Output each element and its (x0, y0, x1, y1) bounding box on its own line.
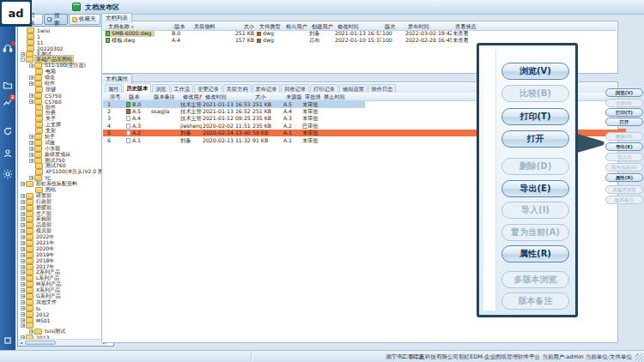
side-action-1[interactable]: 浏览(V) (605, 88, 643, 97)
tree-item[interactable]: 支架 (19, 128, 106, 134)
side-action-3[interactable]: 打印(T) (605, 108, 643, 117)
tree-item[interactable]: 1 (19, 33, 106, 39)
tree-item[interactable]: +2019年 (19, 252, 106, 258)
sidebar-tab-3[interactable]: 收藏夹 (69, 14, 100, 25)
callout-action-1[interactable]: 浏览(V) (501, 63, 569, 80)
tree-item[interactable]: +2018年 (19, 258, 106, 264)
tree-item[interactable]: +2022年 (19, 234, 106, 240)
expand-icon[interactable]: + (21, 294, 25, 299)
expand-icon[interactable]: + (21, 323, 25, 328)
collapse-icon[interactable]: - (21, 57, 25, 62)
column-header-seq[interactable]: 序号 (107, 94, 125, 100)
expand-icon[interactable]: + (21, 270, 25, 275)
folder-icon[interactable] (3, 80, 13, 90)
sidebar-tab-2[interactable]: 搜索 (44, 14, 68, 25)
expand-icon[interactable]: + (21, 223, 25, 227)
chart-icon[interactable]: 2 (3, 97, 13, 107)
expand-icon[interactable]: + (29, 94, 33, 98)
tree-item[interactable]: 部件 (19, 105, 106, 111)
properties-tab-3[interactable]: 浏览 (152, 84, 169, 93)
properties-tab-8[interactable]: 回收记录 (281, 84, 309, 93)
tree-item[interactable]: +tsisi测试 (19, 329, 106, 335)
column-header-user[interactable]: 修改用户 (180, 94, 202, 100)
expand-icon[interactable]: + (21, 259, 25, 263)
tree-item[interactable]: +试验 (19, 140, 106, 146)
callout-action-9[interactable]: 属性(R) (501, 245, 569, 262)
expand-icon[interactable]: + (29, 147, 33, 151)
column-header-rev[interactable]: 版次 (382, 23, 403, 30)
column-header-status[interactable]: 审批情况 (302, 94, 320, 100)
side-action-9[interactable]: 属性(R) (605, 173, 643, 182)
expand-icon[interactable]: + (29, 135, 33, 139)
properties-tab-10[interactable]: 借阅设置 (339, 84, 368, 93)
tree-item[interactable]: +ts (19, 305, 106, 311)
expand-icon[interactable]: + (21, 312, 25, 317)
callout-action-10[interactable]: 多版本浏览 (501, 271, 569, 288)
expand-icon[interactable]: + (21, 282, 25, 287)
resize-grip[interactable] (635, 353, 643, 361)
tree-item[interactable]: +品质部 (19, 222, 106, 228)
expand-icon[interactable]: + (29, 100, 33, 104)
tree-item[interactable]: 按键 (19, 87, 106, 93)
expand-icon[interactable]: + (21, 288, 25, 293)
column-header-size[interactable]: 大小 (252, 94, 275, 100)
side-action-11[interactable]: 版本备注 (605, 196, 643, 204)
expand-icon[interactable]: + (21, 194, 25, 198)
expand-icon[interactable]: + (21, 206, 25, 210)
document-row[interactable]: SMB-6000.dwgB.0251 KBdwg刘备2021-01-13 16:… (103, 30, 617, 37)
link-icon[interactable] (3, 335, 13, 346)
column-header-creator[interactable]: 创建用户 (309, 23, 334, 30)
tree-item[interactable]: +G系列产品 (19, 293, 106, 299)
callout-action-3[interactable]: 打印(T) (501, 108, 569, 125)
expand-icon[interactable]: + (21, 52, 25, 57)
callout-action-7[interactable]: 导入(I) (501, 202, 569, 219)
tree-item[interactable]: 分类 (19, 110, 106, 116)
expand-icon[interactable]: + (21, 276, 25, 281)
expand-icon[interactable]: + (21, 247, 25, 251)
tree-item[interactable]: +CS750 (19, 93, 106, 99)
expand-icon[interactable]: + (21, 241, 25, 245)
column-header-checkout[interactable]: 检出用户 (283, 23, 308, 30)
tree-item[interactable]: +行政部 (19, 199, 106, 205)
tree-item[interactable]: +MS01 (19, 317, 106, 323)
tree-item[interactable]: +锻造 (19, 75, 106, 81)
expand-icon[interactable]: + (29, 153, 33, 157)
tree-item[interactable]: +X系列产品 (19, 287, 106, 293)
properties-tab-7[interactable]: 发布记录 (252, 84, 281, 93)
column-header-viewed[interactable]: 查看状态 (453, 23, 487, 30)
column-header-name[interactable]: 文档名称 ∧ (106, 23, 171, 30)
expand-icon[interactable]: + (21, 306, 25, 311)
expand-icon[interactable]: + (29, 141, 33, 145)
tree-item[interactable]: +2021年 (19, 240, 106, 246)
tree-horizontal-scrollbar[interactable]: ◄ ► (18, 339, 107, 346)
tree-item[interactable]: +彩虹系统标配资料 (19, 181, 106, 187)
scroll-left-icon[interactable]: ◄ (18, 340, 24, 346)
expand-icon[interactable]: + (29, 176, 33, 180)
expand-icon[interactable]: + (29, 81, 33, 86)
column-header-ver[interactable]: 版本 (172, 23, 191, 30)
tree-item[interactable]: +其他文件 (19, 299, 106, 305)
column-header-mtime[interactable]: 修改时间 (335, 23, 381, 30)
expand-icon[interactable]: + (29, 75, 33, 80)
phone-icon[interactable] (3, 43, 13, 53)
expand-icon[interactable]: + (21, 265, 25, 269)
callout-action-6[interactable]: 导出(E) (501, 180, 569, 197)
sync-icon[interactable] (3, 126, 13, 136)
expand-icon[interactable]: + (29, 159, 33, 163)
expand-icon[interactable]: + (21, 200, 25, 204)
callout-action-2[interactable]: 比较(B) (501, 85, 569, 102)
tree-item[interactable]: +生产部 (19, 211, 106, 217)
callout-action-8[interactable]: 置为当前(A) (501, 224, 569, 241)
callout-action-5[interactable]: 删除(D) (501, 158, 569, 175)
tree-item[interactable]: +模具部 (19, 228, 106, 234)
column-header-size[interactable]: 大小 (228, 23, 254, 30)
properties-tab-1[interactable]: 属性 (105, 84, 122, 93)
expand-icon[interactable]: + (21, 229, 25, 233)
tree-item[interactable]: +采购部 (19, 217, 106, 223)
tree-item[interactable]: 11 (19, 39, 106, 45)
callout-action-11[interactable]: 版本备注 (501, 293, 569, 310)
properties-tab-11[interactable]: 操作日志 (368, 84, 397, 93)
tree-item[interactable]: 上支撑 (19, 122, 106, 128)
expand-icon[interactable]: + (21, 182, 25, 186)
side-action-10[interactable]: 多版本浏览 (605, 185, 643, 194)
